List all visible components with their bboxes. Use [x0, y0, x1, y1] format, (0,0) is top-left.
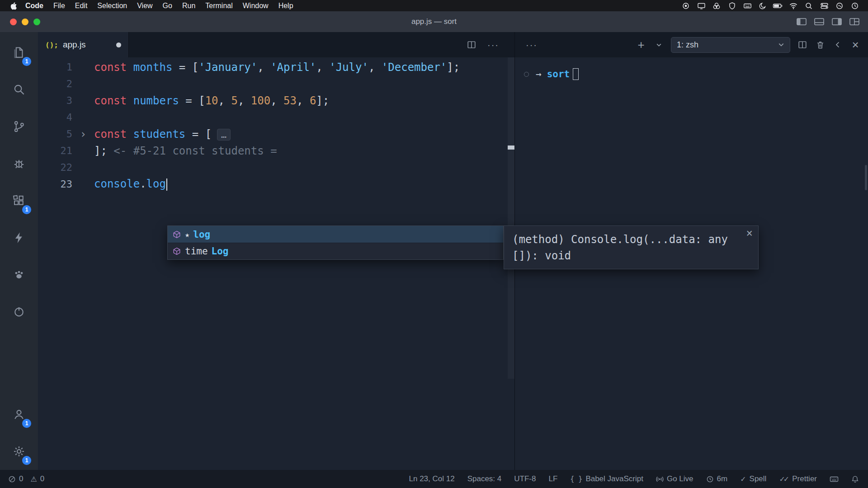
fold-chevron-icon[interactable]: › — [80, 128, 86, 141]
indentation-setting[interactable]: Spaces: 4 — [467, 474, 502, 483]
toggle-secondary-sidebar-icon[interactable] — [831, 17, 842, 26]
spotlight-icon[interactable] — [802, 1, 816, 11]
terminal-shell-select[interactable]: 1: zsh — [671, 37, 790, 53]
toggle-primary-sidebar-icon[interactable] — [796, 17, 807, 26]
code-token: 53 — [283, 94, 297, 107]
code-token: , — [218, 94, 231, 107]
debug-icon — [12, 157, 26, 170]
activitybar-manage[interactable]: 1 — [0, 433, 38, 470]
encoding-setting[interactable]: UTF-8 — [514, 474, 536, 483]
warnings-indicator[interactable]: ⚠ 0 — [30, 474, 44, 483]
terminal-more-actions-icon[interactable]: ··· — [526, 40, 538, 49]
code-token: const — [94, 94, 133, 107]
cursor-position[interactable]: Ln 23, Col 12 — [409, 474, 455, 483]
recording-indicator-icon[interactable] — [679, 1, 693, 11]
terminal-scrollbar[interactable] — [865, 165, 867, 190]
prettier-indicator[interactable]: ✓✓ Prettier — [779, 474, 817, 483]
menu-file[interactable]: File — [48, 0, 70, 11]
eol-setting[interactable]: LF — [548, 474, 557, 483]
close-icon[interactable]: × — [746, 227, 753, 239]
editor-tab-bar: (); app.js ··· — [38, 32, 514, 57]
moon-icon[interactable] — [756, 1, 769, 11]
gear-icon — [12, 445, 26, 458]
menu-help[interactable]: Help — [274, 0, 298, 11]
activitybar-debug[interactable] — [0, 145, 38, 182]
line-number: 21 — [38, 145, 72, 156]
battery-icon[interactable] — [771, 1, 785, 11]
more-actions-icon[interactable]: ··· — [487, 40, 499, 49]
activitybar-search[interactable] — [0, 71, 38, 108]
folded-code-ellipsis[interactable]: … — [217, 129, 231, 141]
activitybar-circle-extension[interactable] — [0, 293, 38, 330]
go-live-button[interactable]: Go Live — [656, 474, 693, 483]
lightning-icon — [12, 231, 26, 244]
spell-checker[interactable]: ✓ Spell — [740, 474, 766, 483]
activitybar-thunder-client[interactable] — [0, 219, 38, 256]
language-mode[interactable]: { } Babel JavaScript — [570, 474, 643, 483]
suggest-item-log[interactable]: ★ log — [168, 226, 503, 243]
menu-edit[interactable]: Edit — [70, 0, 93, 11]
activitybar-accounts[interactable]: 1 — [0, 396, 38, 433]
wifi-icon[interactable] — [787, 1, 800, 11]
activitybar-explorer[interactable]: 1 — [0, 34, 38, 71]
menu-terminal[interactable]: Terminal — [200, 0, 237, 11]
app-menu-code[interactable]: Code — [20, 0, 48, 11]
control-center-icon[interactable] — [817, 1, 831, 11]
check-icon: ✓ — [740, 475, 746, 483]
new-terminal-icon[interactable]: + — [636, 39, 646, 51]
manage-badge: 1 — [22, 456, 31, 465]
minimize-window-button[interactable] — [22, 19, 28, 25]
tab-appjs[interactable]: (); app.js — [38, 32, 129, 57]
terminal-cursor — [573, 68, 579, 80]
extensions-icon — [12, 194, 26, 207]
javascript-file-icon: (); — [45, 41, 58, 49]
siri-icon[interactable] — [833, 1, 846, 11]
apple-menu-icon[interactable] — [6, 2, 20, 10]
errors-indicator[interactable]: 0 — [8, 474, 23, 483]
code-token: , — [238, 94, 251, 107]
menu-window[interactable]: Window — [238, 0, 274, 11]
code-token: , — [297, 94, 310, 107]
display-icon[interactable] — [694, 1, 708, 11]
color-filter-icon[interactable] — [710, 1, 723, 11]
zoom-window-button[interactable] — [33, 19, 40, 25]
activitybar-source-control[interactable] — [0, 108, 38, 145]
suggest-label-prefix: time — [185, 246, 208, 257]
kill-terminal-trash-icon[interactable] — [815, 40, 826, 50]
code-token: = [ — [185, 128, 212, 141]
terminal-shell-label: 1: zsh — [677, 40, 698, 50]
close-window-button[interactable] — [10, 19, 17, 25]
code-token: , — [368, 61, 382, 74]
traffic-lights — [10, 19, 40, 25]
timer-indicator[interactable]: 6m — [706, 474, 728, 483]
code-token: const — [94, 61, 133, 74]
command-decoration-icon[interactable] — [524, 72, 529, 77]
editor-scrollbar[interactable] — [508, 57, 514, 379]
intellisense-suggest-widget: ★ log timeLog — [167, 225, 504, 260]
suggest-item-timelog[interactable]: timeLog — [168, 243, 503, 259]
source-control-icon — [12, 120, 26, 133]
menu-run[interactable]: Run — [177, 0, 200, 11]
new-terminal-dropdown-icon[interactable] — [653, 42, 664, 48]
clock-icon[interactable] — [848, 1, 862, 11]
customize-layout-icon[interactable] — [849, 17, 860, 26]
close-panel-icon[interactable]: × — [850, 39, 861, 51]
code-token: 100 — [251, 94, 270, 107]
spell-label: Spell — [750, 474, 767, 483]
notifications-bell[interactable] — [851, 475, 859, 483]
menu-go[interactable]: Go — [158, 0, 177, 11]
chevron-left-icon[interactable] — [832, 41, 843, 49]
shield-icon[interactable] — [725, 1, 739, 11]
activitybar-extensions[interactable]: 1 — [0, 182, 38, 219]
activitybar-paw-extension[interactable] — [0, 256, 38, 293]
problems-summary[interactable]: 0 ⚠ 0 — [8, 474, 44, 483]
keyboard-icon[interactable] — [741, 1, 754, 11]
code-editor[interactable]: 1 const months = ['January', 'April', 'J… — [38, 57, 514, 470]
unsaved-changes-dot[interactable] — [116, 42, 121, 47]
menu-view[interactable]: View — [132, 0, 157, 11]
keyboard-layout-indicator[interactable] — [830, 475, 839, 483]
menu-selection[interactable]: Selection — [92, 0, 132, 11]
split-terminal-icon[interactable] — [797, 40, 808, 50]
split-editor-icon[interactable] — [467, 40, 476, 50]
toggle-panel-icon[interactable] — [814, 17, 825, 26]
